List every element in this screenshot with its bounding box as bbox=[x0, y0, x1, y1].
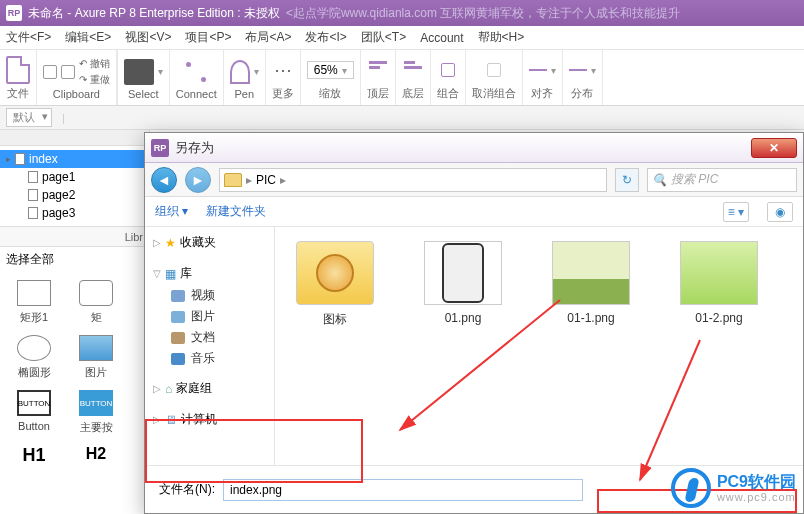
tool-more-group: ⋯ 更多 bbox=[266, 50, 301, 105]
sidebar-documents[interactable]: 文档 bbox=[145, 327, 274, 348]
select-tool-icon[interactable] bbox=[124, 59, 154, 85]
menu-help[interactable]: 帮助<H> bbox=[478, 29, 525, 46]
filename-label: 文件名(N): bbox=[159, 481, 215, 498]
distribute-icon[interactable] bbox=[569, 69, 587, 71]
filename-input[interactable] bbox=[223, 479, 583, 501]
music-icon bbox=[171, 353, 185, 365]
file-item[interactable]: 图标 bbox=[285, 241, 385, 328]
menu-project[interactable]: 项目<P> bbox=[185, 29, 231, 46]
menu-layout[interactable]: 布局<A> bbox=[245, 29, 291, 46]
sidebar-video[interactable]: 视频 bbox=[145, 285, 274, 306]
new-folder-button[interactable]: 新建文件夹 bbox=[206, 203, 266, 220]
bring-top-icon[interactable] bbox=[369, 61, 387, 79]
dialog-title: 另存为 bbox=[175, 139, 745, 157]
refresh-button[interactable]: ↻ bbox=[615, 168, 639, 192]
page-icon bbox=[15, 153, 25, 165]
shape-primary[interactable]: BUTTON主要按 bbox=[70, 390, 122, 435]
sidebar-favorites[interactable]: ▷★收藏夹 bbox=[145, 231, 274, 254]
pen-tool-icon[interactable] bbox=[230, 60, 250, 84]
shape-rect2[interactable]: 矩 bbox=[70, 280, 122, 325]
more-icon[interactable]: ⋯ bbox=[274, 59, 292, 81]
sidebar-tab-header bbox=[0, 130, 149, 146]
connect-tool-icon[interactable] bbox=[183, 59, 209, 85]
folder-icon bbox=[296, 241, 374, 305]
app-name: Axure RP 8 Enterprise Edition bbox=[75, 6, 234, 20]
sidebar-homegroup[interactable]: ▷⌂家庭组 bbox=[145, 377, 274, 400]
menu-view[interactable]: 视图<V> bbox=[125, 29, 171, 46]
file-item[interactable]: 01-1.png bbox=[541, 241, 641, 325]
menu-account[interactable]: Account bbox=[420, 31, 463, 45]
file-item[interactable]: 01-2.png bbox=[669, 241, 769, 325]
app-icon: RP bbox=[6, 5, 22, 21]
tool-ungroup-group: 取消组合 bbox=[466, 50, 523, 105]
shape-rect[interactable]: 矩形1 bbox=[8, 280, 60, 325]
undo-link[interactable]: ↶ 撤销 bbox=[79, 57, 110, 71]
dialog-sidebar: ▷★收藏夹 ▽▦库 视频 图片 文档 音乐 ▷⌂家庭组 ▷🖥计算机 bbox=[145, 227, 275, 465]
select-all-link[interactable]: 选择全部 bbox=[0, 246, 149, 272]
main-toolbar: 文件 ↶ 撤销 ↷ 重做 Clipboard ▾ Select Connect … bbox=[0, 50, 804, 106]
tool-connect-group: Connect bbox=[170, 50, 224, 105]
align-icon[interactable] bbox=[529, 69, 547, 71]
menu-publish[interactable]: 发布<I> bbox=[305, 29, 346, 46]
shape-image[interactable]: 图片 bbox=[70, 335, 122, 380]
shape-h2[interactable]: H2 bbox=[70, 445, 122, 466]
nav-back-button[interactable]: ◄ bbox=[151, 167, 177, 193]
help-button[interactable]: ◉ bbox=[767, 202, 793, 222]
tool-align-group: ▾ 对齐 bbox=[523, 50, 563, 105]
shape-button[interactable]: BUTTONButton bbox=[8, 390, 60, 435]
sidebar: ▸ index page1 page2 page3 Libr 选择全部 矩形1 … bbox=[0, 130, 150, 514]
sidebar-computer[interactable]: ▷🖥计算机 bbox=[145, 408, 274, 431]
ungroup-icon[interactable] bbox=[487, 63, 501, 77]
dialog-app-icon: RP bbox=[151, 139, 169, 157]
new-file-icon[interactable] bbox=[6, 56, 30, 84]
tool-clipboard-group: ↶ 撤销 ↷ 重做 Clipboard bbox=[37, 50, 117, 105]
menu-team[interactable]: 团队<T> bbox=[361, 29, 406, 46]
image-thumb-icon bbox=[680, 241, 758, 305]
menu-edit[interactable]: 编辑<E> bbox=[65, 29, 111, 46]
dialog-nav: ◄ ► ▸ PIC ▸ ↻ 🔍 搜索 PIC bbox=[145, 163, 803, 197]
sidebar-pictures[interactable]: 图片 bbox=[145, 306, 274, 327]
menu-bar: 文件<F> 编辑<E> 视图<V> 项目<P> 布局<A> 发布<I> 团队<T… bbox=[0, 26, 804, 50]
breadcrumb-folder[interactable]: PIC bbox=[256, 173, 276, 187]
watermark-logo-icon bbox=[671, 468, 711, 508]
shape-ellipse[interactable]: 椭圆形 bbox=[8, 335, 60, 380]
copy-icon[interactable] bbox=[43, 65, 57, 79]
send-bottom-icon[interactable] bbox=[404, 61, 422, 79]
breadcrumb[interactable]: ▸ PIC ▸ bbox=[219, 168, 607, 192]
tool-pen-group: ▾ Pen bbox=[224, 50, 266, 105]
style-dropdown[interactable]: 默认 bbox=[6, 108, 52, 127]
page-tree-item-index[interactable]: ▸ index bbox=[0, 150, 149, 168]
shape-h1[interactable]: H1 bbox=[8, 445, 60, 466]
tool-zoom-group: 65%▾ 缩放 bbox=[301, 50, 361, 105]
file-item[interactable]: 01.png bbox=[413, 241, 513, 325]
redo-link[interactable]: ↷ 重做 bbox=[79, 73, 110, 87]
sidebar-music[interactable]: 音乐 bbox=[145, 348, 274, 369]
group-icon[interactable] bbox=[441, 63, 455, 77]
cut-icon[interactable] bbox=[61, 65, 75, 79]
page-tree-item-page3[interactable]: page3 bbox=[0, 204, 149, 222]
image-thumb-icon bbox=[552, 241, 630, 305]
search-input[interactable]: 🔍 搜索 PIC bbox=[647, 168, 797, 192]
zoom-input[interactable]: 65%▾ bbox=[307, 61, 354, 79]
page-tree-item-page2[interactable]: page2 bbox=[0, 186, 149, 204]
menu-file[interactable]: 文件<F> bbox=[6, 29, 51, 46]
secondary-bar: 默认 | bbox=[0, 106, 804, 130]
close-button[interactable]: ✕ bbox=[751, 138, 797, 158]
tool-top-group: 顶层 bbox=[361, 50, 396, 105]
page-tree-item-page1[interactable]: page1 bbox=[0, 168, 149, 186]
library-tab[interactable]: Libr bbox=[0, 226, 149, 246]
watermark-url: www.pc9.com bbox=[717, 491, 796, 503]
organize-dropdown[interactable]: 组织 ▾ bbox=[155, 203, 188, 220]
sidebar-libraries[interactable]: ▽▦库 bbox=[145, 262, 274, 285]
chevron-right-icon: ▸ bbox=[280, 173, 286, 187]
page-icon bbox=[28, 189, 38, 201]
nav-forward-button[interactable]: ► bbox=[185, 167, 211, 193]
save-as-dialog: RP 另存为 ✕ ◄ ► ▸ PIC ▸ ↻ 🔍 搜索 PIC 组织 ▾ 新建文… bbox=[144, 132, 804, 514]
dialog-titlebar: RP 另存为 ✕ bbox=[145, 133, 803, 163]
watermark: PC9软件园 www.pc9.com bbox=[671, 468, 796, 508]
view-options-button[interactable]: ≡ ▾ bbox=[723, 202, 749, 222]
tool-select-group: ▾ Select bbox=[117, 50, 170, 105]
video-icon bbox=[171, 290, 185, 302]
tool-group-group: 组合 bbox=[431, 50, 466, 105]
expand-icon[interactable]: ▸ bbox=[6, 154, 11, 164]
